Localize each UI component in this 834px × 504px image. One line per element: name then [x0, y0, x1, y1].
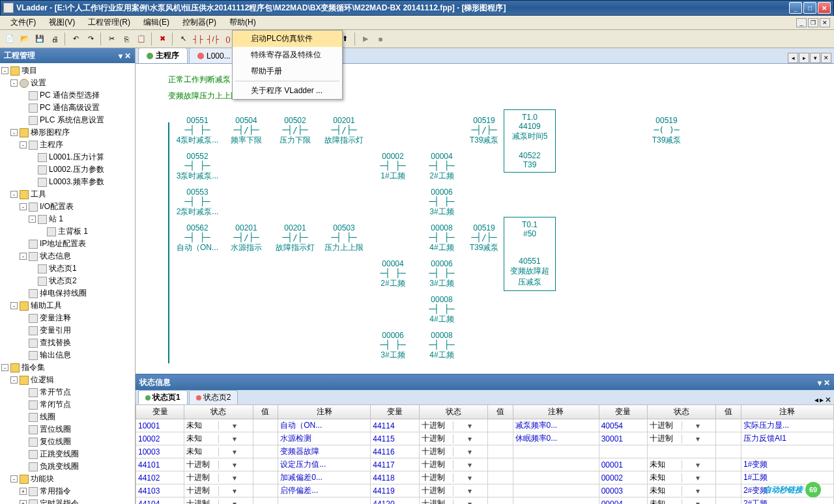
grid-cell[interactable]: 00003 [599, 484, 647, 497]
sidebar-pin-icon[interactable]: ▾ ✕ [119, 51, 131, 61]
grid-header[interactable]: 变量 [136, 405, 184, 419]
grid-header[interactable]: 状态 [419, 405, 487, 419]
dropdown-arrow-icon[interactable]: ▾ [453, 499, 485, 505]
ladder-contact[interactable]: 00006─┤ ├─3#工频 [370, 331, 416, 361]
grid-cell[interactable]: 44103 [136, 484, 184, 497]
grid-cell[interactable]: 44120 [371, 497, 419, 505]
grid-header[interactable]: 值 [253, 405, 278, 419]
grid-cell[interactable]: 44119 [371, 484, 419, 497]
tree-item[interactable]: -位逻辑 [1, 374, 134, 386]
grid-cell[interactable]: 2#工频 [741, 497, 833, 505]
grid-cell[interactable]: 未知▾ [648, 458, 716, 471]
tree-item[interactable]: -工具 [1, 188, 134, 201]
tree-item[interactable]: -功能块 [1, 473, 134, 485]
grid-cell[interactable]: 44115 [371, 432, 419, 445]
grid-cell[interactable] [487, 471, 513, 484]
dropdown-arrow-icon[interactable]: ▾ [218, 447, 251, 456]
pointer-button[interactable]: ↖ [176, 32, 190, 46]
ladder-contact[interactable]: 00008─┤ ├─4#工频 [419, 223, 465, 253]
tab-list[interactable]: ▾ [810, 53, 820, 63]
grid-cell[interactable]: 十进制▾ [419, 484, 487, 497]
tree-item[interactable]: 输出信息 [1, 349, 134, 361]
mdi-restore[interactable]: ❐ [808, 18, 818, 27]
dropdown-arrow-icon[interactable]: ▾ [218, 460, 251, 469]
grid-cell[interactable] [716, 432, 741, 445]
delete-button[interactable]: ✖ [155, 32, 169, 46]
grid-cell[interactable] [487, 445, 513, 458]
menu-4[interactable]: 控制器(P) [176, 16, 223, 29]
grid-cell[interactable] [487, 419, 513, 432]
save-button[interactable]: 💾 [33, 32, 47, 46]
grid-cell[interactable] [741, 445, 833, 458]
tree-item[interactable]: 变量注释 [1, 312, 134, 324]
grid-cell[interactable]: 未知▾ [648, 471, 716, 484]
grid-cell[interactable]: 变频器故障 [278, 445, 371, 458]
tree-item[interactable]: 变量引用 [1, 324, 134, 337]
tree-item[interactable]: 状态页1 [1, 262, 134, 275]
menu-1[interactable]: 视图(V) [42, 16, 81, 29]
tree-item[interactable]: -梯形图程序 [1, 126, 134, 139]
grid-cell[interactable]: 未知▾ [184, 445, 253, 458]
grid-cell[interactable] [716, 458, 741, 471]
grid-cell[interactable]: 10002 [136, 432, 184, 445]
status-tab-0[interactable]: 状态页1 [138, 390, 188, 404]
redo-button[interactable]: ↷ [83, 32, 98, 46]
undo-button[interactable]: ↶ [68, 32, 83, 46]
grid-cell[interactable]: 十进制▾ [419, 471, 487, 484]
ladder-contact[interactable]: 00519─┤/├─T39减泵 [461, 223, 507, 253]
ladder-contact[interactable]: 00201─┤/├─故障指示灯 [321, 116, 367, 146]
grid-header[interactable]: 值 [487, 405, 513, 419]
grid-header[interactable]: 状态 [648, 405, 716, 419]
copy-button[interactable]: ⎘ [119, 32, 134, 46]
ladder-contact[interactable]: 00008─┤ ├─4#工频 [419, 295, 465, 325]
dropdown-arrow-icon[interactable]: ▾ [453, 460, 485, 469]
grid-cell[interactable] [513, 484, 599, 497]
ladder-contact[interactable]: 00519─( )─T39减泵 [644, 116, 689, 146]
grid-cell[interactable] [253, 471, 278, 484]
cut-button[interactable]: ✂ [104, 32, 119, 46]
dropdown-arrow-icon[interactable]: ▾ [218, 434, 251, 443]
grid-cell[interactable]: 00001 [599, 458, 647, 471]
menu-0[interactable]: 文件(F) [4, 16, 42, 29]
grid-cell[interactable] [513, 497, 599, 505]
ladder-contact[interactable]: 00201─┤/├─水源指示 [223, 223, 269, 253]
print-button[interactable]: 🖨 [48, 32, 62, 46]
grid-cell[interactable]: 00002 [599, 471, 647, 484]
dropdown-arrow-icon[interactable]: ▾ [218, 486, 251, 496]
ladder-contact[interactable]: 00504─┤/├─频率下限 [223, 116, 269, 146]
tree-item[interactable]: 常闭节点 [1, 399, 134, 411]
grid-cell[interactable]: 00004 [599, 497, 647, 505]
grid-header[interactable]: 变量 [371, 405, 419, 419]
ladder-contact[interactable]: 00519─┤/├─T39减泵 [461, 116, 507, 146]
grid-cell[interactable] [716, 445, 741, 458]
tree-item[interactable]: 线圈 [1, 411, 134, 423]
editor-tab-0[interactable]: 主程序 [138, 48, 188, 63]
contact-no-button[interactable]: ┤├ [191, 32, 205, 46]
help-item-1[interactable]: 特殊寄存器及特殊位 [233, 47, 342, 63]
status-tab-nav[interactable]: ▸ [820, 395, 824, 404]
tree-item[interactable]: -主程序 [1, 139, 134, 151]
tree-item[interactable]: 查找替换 [1, 337, 134, 349]
dropdown-arrow-icon[interactable]: ▾ [453, 421, 485, 430]
close-button[interactable]: ✕ [818, 2, 831, 14]
grid-header[interactable]: 变量 [599, 405, 647, 419]
tree-item[interactable]: 正跳变线圈 [1, 448, 134, 460]
grid-cell[interactable] [253, 445, 278, 458]
menu-5[interactable]: 帮助(H) [223, 16, 263, 29]
grid-cell[interactable]: 未知▾ [184, 419, 253, 432]
tree-item[interactable]: -站 1 [1, 213, 134, 225]
grid-cell[interactable] [716, 471, 741, 484]
dropdown-arrow-icon[interactable]: ▾ [682, 473, 714, 483]
grid-cell[interactable]: 十进制▾ [419, 432, 487, 445]
grid-cell[interactable]: 十进制▾ [419, 497, 487, 505]
grid-cell[interactable]: 加减偏差0... [278, 471, 371, 484]
grid-cell[interactable]: 压力反馈AI1 [741, 432, 833, 445]
dropdown-arrow-icon[interactable]: ▾ [682, 434, 714, 443]
mdi-minimize[interactable]: _ [796, 18, 807, 27]
contact-nc-button[interactable]: ┤/├ [206, 32, 220, 46]
grid-cell[interactable] [253, 419, 278, 432]
help-item-0[interactable]: 启动PLC仿真软件 [233, 31, 342, 47]
dropdown-arrow-icon[interactable]: ▾ [682, 499, 714, 505]
tree-item[interactable]: PC 通信高级设置 [1, 102, 134, 114]
ladder-contact[interactable]: 00553─┤ ├─2泵时减泵... [175, 188, 220, 217]
